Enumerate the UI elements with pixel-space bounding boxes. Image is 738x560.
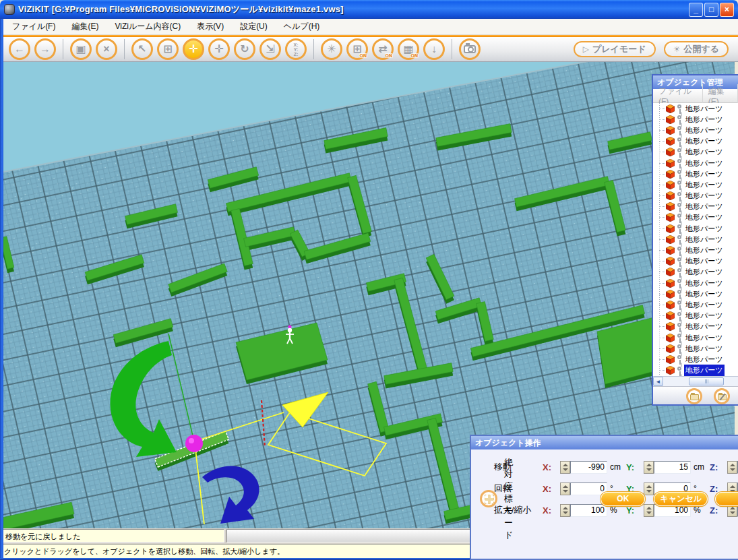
tree-connector (659, 261, 665, 261)
object-operation-title[interactable]: オブジェクト操作 (471, 436, 738, 449)
object-list-item[interactable]: 地形パーツ (653, 343, 738, 354)
tree-connector (659, 174, 665, 175)
minimize-button[interactable]: _ (689, 3, 703, 17)
object-list-item[interactable]: 地形パーツ (653, 321, 738, 332)
add-object-button[interactable]: ▣ (70, 38, 92, 60)
object-list-item[interactable]: 地形パーツ (653, 223, 738, 234)
cancel-button[interactable]: キャンセル (654, 492, 708, 506)
object-list-item[interactable]: 地形パーツ (653, 179, 738, 190)
close-button[interactable]: × (720, 3, 734, 17)
snap-toggle-button[interactable]: ⇄ON (372, 38, 394, 60)
snap-toggle-icon: ⇄ (378, 44, 387, 54)
object-list-item[interactable]: 地形パーツ (653, 125, 738, 135)
operation-footer: 絶対座標モード OK キャンセル (471, 456, 738, 541)
object-list-item[interactable]: 地形パーツ (653, 212, 738, 223)
play-mode-button[interactable]: ▷ プレイモード (574, 41, 656, 57)
redo-button[interactable]: → (34, 38, 56, 60)
cube-icon (666, 224, 675, 233)
title-bar[interactable]: ViZiKIT [G:¥Program Files¥MiCROViSiON¥Vi… (0, 0, 738, 19)
scrollbar-thumb[interactable] (689, 377, 724, 385)
tree-connector (659, 130, 665, 131)
horizontal-scrollbar[interactable]: ◄ (653, 376, 738, 386)
scroll-left-button[interactable]: ◄ (653, 377, 663, 386)
rotate-tool-button[interactable]: ↻ (234, 38, 255, 60)
object-item-label: 地形パーツ (684, 190, 725, 201)
absolute-mode-icon[interactable] (480, 490, 497, 507)
object-item-label: 地形パーツ (684, 255, 725, 267)
menu-item-edit[interactable]: 編集(E) (63, 19, 106, 34)
object-list-item[interactable]: 地形パーツ (653, 201, 738, 212)
cube-icon (666, 104, 675, 113)
xyz-input-tool-button[interactable]: X: Y: Z: (285, 38, 307, 60)
absolute-mode-label: 絶対座標モード (504, 456, 513, 541)
menu-item-file[interactable]: ファイル(F) (4, 19, 63, 34)
object-list-item[interactable]: 地形パーツ (653, 136, 738, 147)
key-icon (677, 290, 681, 294)
object-item-label: 地形パーツ (684, 234, 725, 245)
tree-connector (659, 239, 665, 240)
move-tool-icon: ✛ (214, 44, 223, 54)
object-manager-menu: ファイル(F)編集(E) (653, 89, 738, 103)
object-list-item[interactable]: 地形パーツ (653, 299, 738, 310)
key-icon (677, 268, 681, 272)
gizmo-center-sphere[interactable] (185, 435, 203, 452)
status-message: 移動を元に戻しました (1, 529, 224, 542)
axis-display-button[interactable]: ✳ (321, 38, 342, 60)
hierarchy-tool-button[interactable]: ⊞ (157, 38, 179, 60)
object-list-item[interactable]: 地形パーツ (653, 267, 738, 278)
select-tool-button[interactable]: ↖ (131, 38, 153, 60)
menu-item-settings[interactable]: 設定(U) (232, 19, 276, 34)
object-list-item[interactable]: 地形パーツ (653, 158, 738, 168)
screenshot-button[interactable] (459, 38, 481, 60)
cube-icon (666, 366, 675, 375)
undo-button[interactable]: ← (9, 38, 30, 60)
object-list-item[interactable]: 地形パーツ (653, 278, 738, 288)
object-list-item[interactable]: 地形パーツ (653, 191, 738, 201)
object-list-item[interactable]: 地形パーツ (653, 332, 738, 343)
object-list-item[interactable]: 地形パーツ (653, 354, 738, 365)
cube-icon (666, 181, 675, 189)
scrollbar-track[interactable] (663, 377, 738, 386)
on-badge: ON (410, 53, 419, 58)
key-icon (677, 301, 681, 305)
object-list-item[interactable]: 地形パーツ (653, 311, 738, 321)
scale-tool-icon: ⇲ (266, 44, 274, 54)
scale-tool-button[interactable]: ⇲ (259, 38, 281, 60)
delete-object-button[interactable]: × (96, 38, 117, 60)
menu-item-view[interactable]: 表示(V) (189, 19, 232, 34)
key-icon (677, 334, 681, 338)
maximize-button[interactable]: □ (704, 3, 718, 17)
object-list-item[interactable]: 地形パーツ (653, 288, 738, 299)
tree-connector (659, 228, 665, 229)
object-list-item[interactable]: 地形パーツ (653, 114, 738, 125)
open-folder-button[interactable] (686, 388, 702, 404)
tree-connector (659, 206, 665, 207)
cube-icon (666, 202, 675, 211)
object-list-item[interactable]: 地形パーツ (653, 234, 738, 245)
tree-connector (659, 359, 665, 360)
menu-item-vizi-room-content[interactable]: ViZiルーム内容(C) (106, 19, 189, 34)
publish-button[interactable]: ☀ 公開する (664, 41, 729, 57)
grid-display-button[interactable]: ⊞ON (346, 38, 368, 60)
add-object-icon: ▣ (75, 44, 86, 54)
drop-tool-button[interactable]: ↓ (423, 38, 445, 60)
object-list-item[interactable]: 地形パーツ (653, 147, 738, 158)
object-operation-panel: オブジェクト操作 移動X:cmY:cmZ:回転X:°Y:°Z:拡大/縮小X:%Y… (470, 435, 738, 560)
object-item-label: 地形パーツ (684, 266, 725, 278)
move-tool-button[interactable]: ✛ (208, 38, 230, 60)
tree-connector (659, 283, 665, 284)
menu-item-help[interactable]: ヘルプ(H) (276, 19, 328, 34)
key-icon (677, 235, 681, 239)
object-list-item[interactable]: 地形パーツ (653, 256, 738, 267)
object-list-item[interactable]: 地形パーツ (653, 103, 738, 114)
key-icon (677, 115, 681, 119)
edit-folder-button[interactable] (714, 388, 730, 404)
object-list-item[interactable]: 地形パーツ (653, 245, 738, 255)
delete-object-icon: × (103, 44, 109, 54)
move-center-tool-button[interactable]: ✛ (183, 38, 204, 60)
object-list-item[interactable]: 地形パーツ (653, 365, 738, 376)
clipped-button[interactable] (715, 492, 738, 506)
object-list-item[interactable]: 地形パーツ (653, 168, 738, 179)
collision-toggle-button[interactable]: ▦ON (398, 38, 419, 60)
ok-button[interactable]: OK (601, 492, 645, 506)
